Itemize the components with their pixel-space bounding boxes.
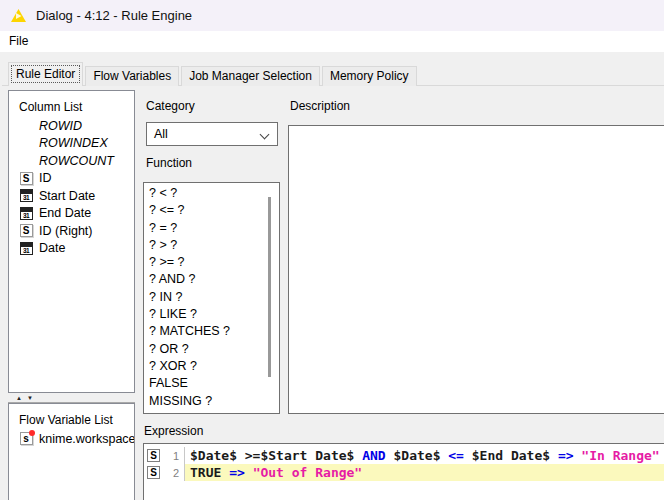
string-type-icon: S (19, 171, 33, 185)
column-item-label: ROWID (39, 119, 82, 133)
date-type-icon: 31 (19, 189, 33, 203)
function-item[interactable]: ? OR ? (144, 341, 279, 358)
description-label: Description (290, 99, 350, 113)
expression-code: $Date$ >=$Start Date$ AND $Date$ <= $End… (185, 447, 664, 464)
expression-line[interactable]: S2TRUE => "Out of Range" (144, 464, 664, 481)
knime-triangle-icon (10, 8, 27, 24)
function-item[interactable]: NOT ? (144, 410, 279, 414)
plain-token: $Date$ >=$Start Date$ (190, 448, 362, 463)
plain-token: TRUE (190, 465, 229, 480)
function-label: Function (146, 156, 192, 170)
expression-gutter: S2 (144, 464, 185, 481)
menu-bar: File (0, 31, 664, 52)
title-bar: Dialog - 4:12 - Rule Engine (0, 0, 664, 31)
date-type-icon: 31 (19, 241, 33, 255)
column-item-label: ROWINDEX (39, 136, 108, 150)
category-dropdown[interactable]: All (146, 122, 278, 146)
column-list-item[interactable]: SID (9, 170, 134, 188)
flow-variable-list-title: Flow Variable List (9, 404, 134, 430)
tab-job-manager-selection[interactable]: Job Manager Selection (181, 66, 320, 86)
column-list-item[interactable]: SID (Right) (9, 222, 134, 240)
plain-token (245, 465, 253, 480)
column-item-label: Date (39, 241, 65, 255)
category-label: Category (146, 99, 195, 113)
column-item-label: ID (39, 171, 52, 185)
string-literal-token: "In Range" (581, 448, 659, 463)
rule-engine-dialog: Dialog - 4:12 - Rule Engine File Rule Ed… (0, 0, 664, 500)
column-list: ROWIDROWINDEXROWCOUNTSID31Start Date31En… (9, 117, 134, 257)
expression-label: Expression (144, 424, 203, 438)
flow-variable-list: sknime.workspace (9, 430, 134, 448)
function-scrollbar[interactable] (268, 197, 271, 377)
description-box (288, 125, 664, 414)
function-item[interactable]: MISSING ? (144, 393, 279, 410)
function-item[interactable]: ? > ? (144, 237, 279, 254)
flow-variable-item[interactable]: sknime.workspace (9, 430, 134, 448)
function-item[interactable]: ? < ? (144, 185, 279, 202)
column-item-label: Start Date (39, 189, 95, 203)
chevron-down-icon (260, 130, 270, 140)
keyword-token: => (229, 465, 245, 480)
keyword-token: AND (362, 448, 385, 463)
panel-splitter[interactable]: ▲ ▼ (8, 394, 135, 403)
column-list-item[interactable]: 31End Date (9, 205, 134, 223)
function-item[interactable]: ? MATCHES ? (144, 323, 279, 340)
expression-gutter: S1 (144, 447, 185, 464)
plain-token: $Date$ (386, 448, 449, 463)
column-item-label: ROWCOUNT (39, 154, 114, 168)
function-item[interactable]: ? AND ? (144, 271, 279, 288)
function-item[interactable]: ? >= ? (144, 254, 279, 271)
expression-line[interactable]: S1$Date$ >=$Start Date$ AND $Date$ <= $E… (144, 447, 664, 464)
function-item[interactable]: ? <= ? (144, 202, 279, 219)
line-number: 2 (160, 467, 184, 479)
string-outcome-icon: S (147, 449, 160, 462)
tab-memory-policy[interactable]: Memory Policy (322, 66, 417, 86)
function-item[interactable]: ? LIKE ? (144, 306, 279, 323)
column-list-item[interactable]: ROWCOUNT (9, 152, 134, 170)
column-list-panel: Column List ROWIDROWINDEXROWCOUNTSID31St… (8, 90, 135, 393)
keyword-token: => (558, 448, 574, 463)
tab-bar: Rule EditorFlow VariablesJob Manager Sel… (8, 62, 419, 86)
column-list-item[interactable]: 31Date (9, 240, 134, 258)
function-item[interactable]: FALSE (144, 375, 279, 392)
category-selected-value: All (154, 127, 168, 141)
date-type-icon: 31 (19, 206, 33, 220)
menu-file[interactable]: File (0, 31, 37, 48)
string-outcome-icon: S (147, 466, 160, 479)
plain-token: $End Date$ (464, 448, 558, 463)
function-list: ? < ?? <= ?? = ?? > ?? >= ?? AND ?? IN ?… (143, 182, 280, 414)
string-type-icon: S (19, 224, 33, 238)
column-list-title: Column List (9, 91, 134, 117)
expression-code: TRUE => "Out of Range" (185, 464, 664, 481)
function-item[interactable]: ? IN ? (144, 289, 279, 306)
function-item[interactable]: ? XOR ? (144, 358, 279, 375)
line-number: 1 (160, 450, 184, 462)
keyword-token: <= (448, 448, 464, 463)
flow-variable-string-icon: s (19, 432, 33, 446)
tab-rule-editor[interactable]: Rule Editor (8, 62, 83, 86)
column-list-item[interactable]: ROWINDEX (9, 135, 134, 153)
tab-flow-variables[interactable]: Flow Variables (85, 66, 179, 86)
string-literal-token: "Out of Range" (253, 465, 363, 480)
splitter-up-icon[interactable]: ▲ (16, 395, 22, 401)
flow-variable-label: knime.workspace (39, 432, 135, 446)
column-item-label: End Date (39, 206, 91, 220)
column-list-item[interactable]: ROWID (9, 117, 134, 135)
function-item[interactable]: ? = ? (144, 220, 279, 237)
expression-editor[interactable]: S1$Date$ >=$Start Date$ AND $Date$ <= $E… (143, 443, 664, 500)
flow-variable-dot (29, 430, 35, 436)
column-item-label: ID (Right) (39, 224, 92, 238)
column-list-item[interactable]: 31Start Date (9, 187, 134, 205)
flow-variable-panel: Flow Variable List sknime.workspace (8, 403, 135, 500)
window-title: Dialog - 4:12 - Rule Engine (36, 8, 192, 23)
splitter-down-icon[interactable]: ▼ (27, 395, 33, 401)
